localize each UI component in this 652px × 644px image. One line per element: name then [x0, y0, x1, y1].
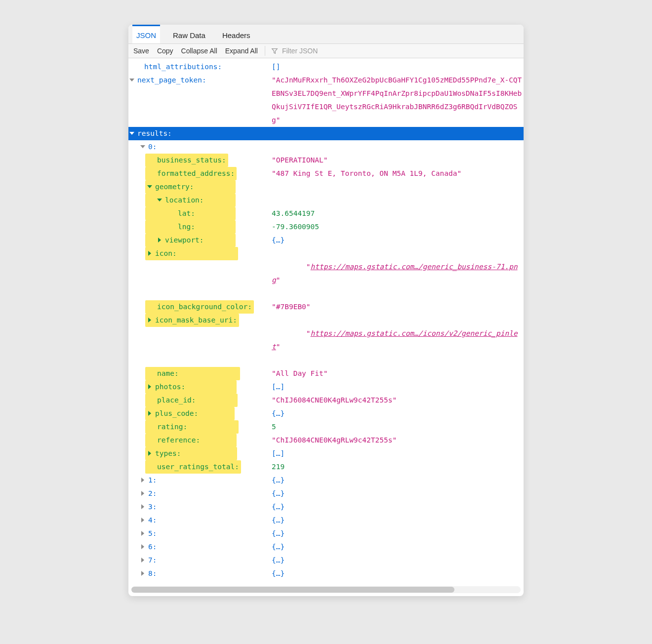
row-name[interactable]: name: "All Day Fit"	[128, 367, 524, 380]
key-index-4: 4:	[148, 514, 157, 527]
key-place-id: place_id:	[157, 394, 196, 407]
row-index-2[interactable]: 2: {…}	[128, 487, 524, 500]
row-index-0[interactable]: 0:	[128, 140, 524, 154]
toggle-collapsed-icon[interactable]	[140, 491, 146, 497]
value-place-id: "ChIJ6084CNE0K4gRLw9c42T255s"	[272, 394, 524, 407]
key-photos: photos:	[155, 380, 185, 394]
toggle-expanded-icon[interactable]	[157, 198, 163, 203]
row-location[interactable]: location:	[128, 194, 524, 207]
row-index-5[interactable]: 5: {…}	[128, 527, 524, 540]
row-index-7[interactable]: 7: {…}	[128, 554, 524, 567]
key-index-7: 7:	[148, 554, 157, 567]
toggle-expanded-icon[interactable]	[147, 184, 153, 190]
row-index-6[interactable]: 6: {…}	[128, 540, 524, 554]
row-plus-code[interactable]: plus_code: {…}	[128, 407, 524, 420]
key-results: results:	[137, 127, 172, 140]
toggle-collapsed-icon[interactable]	[157, 238, 163, 243]
value-user-ratings-total: 219	[272, 460, 524, 474]
key-business-status: business_status:	[157, 154, 226, 167]
value-object-collapsed: {…}	[272, 500, 524, 514]
key-types: types:	[155, 447, 181, 460]
row-rating[interactable]: rating: 5	[128, 420, 524, 434]
key-plus-code: plus_code:	[155, 407, 198, 420]
value-lng: -79.3600905	[272, 220, 524, 234]
value-reference: "ChIJ6084CNE0K4gRLw9c42T255s"	[272, 434, 524, 447]
key-index-2: 2:	[148, 487, 157, 500]
toggle-collapsed-icon[interactable]	[147, 451, 153, 457]
toolbar: Save Copy Collapse All Expand All	[128, 44, 524, 58]
value-object-collapsed: {…}	[272, 554, 524, 567]
toggle-collapsed-icon[interactable]	[147, 251, 153, 257]
row-index-1[interactable]: 1: {…}	[128, 474, 524, 487]
key-icon-mask: icon_mask_base_uri:	[155, 314, 237, 327]
toggle-collapsed-icon[interactable]	[140, 571, 146, 577]
row-index-3[interactable]: 3: {…}	[128, 500, 524, 514]
toggle-collapsed-icon[interactable]	[147, 318, 153, 323]
toggle-collapsed-icon[interactable]	[140, 478, 146, 483]
tab-raw-data[interactable]: Raw Data	[169, 25, 209, 43]
key-viewport: viewport:	[165, 234, 204, 247]
row-lng[interactable]: lng: -79.3600905	[128, 220, 524, 234]
horizontal-scrollbar[interactable]	[131, 586, 521, 593]
value-object-collapsed: {…}	[272, 487, 524, 500]
toggle-expanded-icon[interactable]	[140, 144, 146, 150]
tab-headers[interactable]: Headers	[218, 25, 254, 43]
value-object-collapsed: {…}	[272, 234, 524, 247]
toggle-collapsed-icon[interactable]	[147, 384, 153, 390]
toggle-collapsed-icon[interactable]	[140, 504, 146, 510]
row-formatted-address[interactable]: formatted_address: "487 King St E, Toron…	[128, 167, 524, 180]
row-reference[interactable]: reference: "ChIJ6084CNE0K4gRLw9c42T255s"	[128, 434, 524, 447]
key-name: name:	[157, 367, 179, 380]
key-next-page-token: next_page_token:	[137, 74, 206, 87]
toolbar-divider	[265, 46, 265, 56]
row-html-attributions[interactable]: html_attributions: []	[128, 60, 524, 74]
value-icon-bg-color: "#7B9EB0"	[272, 300, 524, 314]
save-button[interactable]: Save	[132, 46, 150, 56]
key-formatted-address: formatted_address:	[157, 167, 235, 180]
row-index-4[interactable]: 4: {…}	[128, 514, 524, 527]
row-viewport[interactable]: viewport: {…}	[128, 234, 524, 247]
key-icon-bg-color: icon_background_color:	[157, 300, 252, 314]
row-user-ratings-total[interactable]: user_ratings_total: 219	[128, 460, 524, 474]
value-next-page-token: "AcJnMuFRxxrh_Th6OXZeG2bpUcBGaHFY1Cg105z…	[272, 74, 524, 127]
row-lat[interactable]: lat: 43.6544197	[128, 207, 524, 220]
key-index-8: 8:	[148, 567, 157, 580]
tabs-bar: JSON Raw Data Headers	[128, 25, 524, 44]
tab-json[interactable]: JSON	[132, 25, 160, 43]
toggle-expanded-icon[interactable]	[129, 131, 135, 137]
toggle-collapsed-icon[interactable]	[129, 78, 135, 83]
toggle-collapsed-icon[interactable]	[140, 518, 146, 523]
row-business-status[interactable]: business_status: "OPERATIONAL"	[128, 154, 524, 167]
json-tree: html_attributions: [] next_page_token: "…	[128, 58, 524, 584]
toggle-collapsed-icon[interactable]	[140, 544, 146, 550]
value-business-status: "OPERATIONAL"	[272, 154, 524, 167]
row-next-page-token[interactable]: next_page_token: "AcJnMuFRxxrh_Th6OXZeG2…	[128, 74, 524, 127]
expand-all-button[interactable]: Expand All	[224, 46, 259, 56]
row-icon-bg-color[interactable]: icon_background_color: "#7B9EB0"	[128, 300, 524, 314]
key-icon: icon:	[155, 247, 177, 260]
row-types[interactable]: types: […]	[128, 447, 524, 460]
row-geometry[interactable]: geometry:	[128, 180, 524, 194]
value-object-collapsed: {…}	[272, 474, 524, 487]
key-user-ratings-total: user_ratings_total:	[157, 460, 239, 474]
collapse-all-button[interactable]: Collapse All	[180, 46, 218, 56]
toggle-collapsed-icon[interactable]	[140, 558, 146, 564]
copy-button[interactable]: Copy	[156, 46, 174, 56]
key-index-1: 1:	[148, 474, 157, 487]
filter-input[interactable]	[281, 46, 380, 55]
row-index-8[interactable]: 8: {…}	[128, 567, 524, 580]
value-object-collapsed: {…}	[272, 514, 524, 527]
row-place-id[interactable]: place_id: "ChIJ6084CNE0K4gRLw9c42T255s"	[128, 394, 524, 407]
row-photos[interactable]: photos: […]	[128, 380, 524, 394]
value-array-collapsed: […]	[272, 380, 524, 394]
row-icon[interactable]: icon: "https://maps.gstatic.com…/generic…	[128, 247, 524, 300]
value-empty-array: []	[272, 60, 524, 74]
row-results[interactable]: results:	[128, 127, 524, 140]
toggle-collapsed-icon[interactable]	[147, 411, 153, 417]
key-rating: rating:	[157, 420, 187, 434]
key-reference: reference:	[157, 434, 200, 447]
value-array-collapsed: […]	[272, 447, 524, 460]
toggle-collapsed-icon[interactable]	[140, 531, 146, 537]
row-icon-mask[interactable]: icon_mask_base_uri: "https://maps.gstati…	[128, 314, 524, 367]
scrollbar-thumb[interactable]	[131, 587, 454, 593]
